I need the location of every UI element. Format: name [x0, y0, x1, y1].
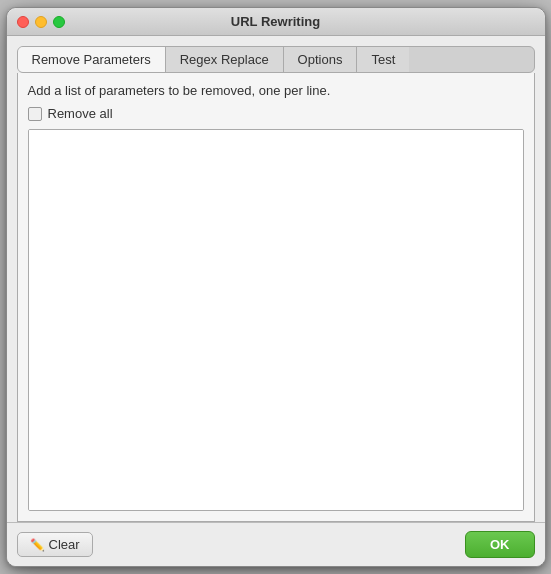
tab-bar: Remove Parameters Regex Replace Options … [17, 46, 535, 73]
bottom-bar: ✏️ Clear OK [7, 522, 545, 566]
title-bar: URL Rewriting [7, 8, 545, 36]
clear-button[interactable]: ✏️ Clear [17, 532, 93, 557]
minimize-button[interactable] [35, 16, 47, 28]
brush-icon: ✏️ [30, 538, 45, 552]
remove-all-label: Remove all [48, 106, 113, 121]
ok-button[interactable]: OK [465, 531, 535, 558]
close-button[interactable] [17, 16, 29, 28]
tab-remove-parameters[interactable]: Remove Parameters [18, 47, 166, 72]
remove-all-checkbox[interactable] [28, 107, 42, 121]
tab-options[interactable]: Options [284, 47, 358, 72]
description-text: Add a list of parameters to be removed, … [28, 83, 524, 98]
maximize-button[interactable] [53, 16, 65, 28]
remove-all-row: Remove all [28, 106, 524, 121]
clear-button-label: Clear [49, 537, 80, 552]
parameters-textarea[interactable] [29, 130, 523, 510]
tab-regex-replace[interactable]: Regex Replace [166, 47, 284, 72]
app-window: URL Rewriting Remove Parameters Regex Re… [6, 7, 546, 567]
tab-test[interactable]: Test [357, 47, 409, 72]
parameters-textarea-wrapper [28, 129, 524, 511]
traffic-lights [17, 16, 65, 28]
window-title: URL Rewriting [231, 14, 320, 29]
main-content: Remove Parameters Regex Replace Options … [7, 36, 545, 522]
tab-content-remove-parameters: Add a list of parameters to be removed, … [17, 73, 535, 522]
